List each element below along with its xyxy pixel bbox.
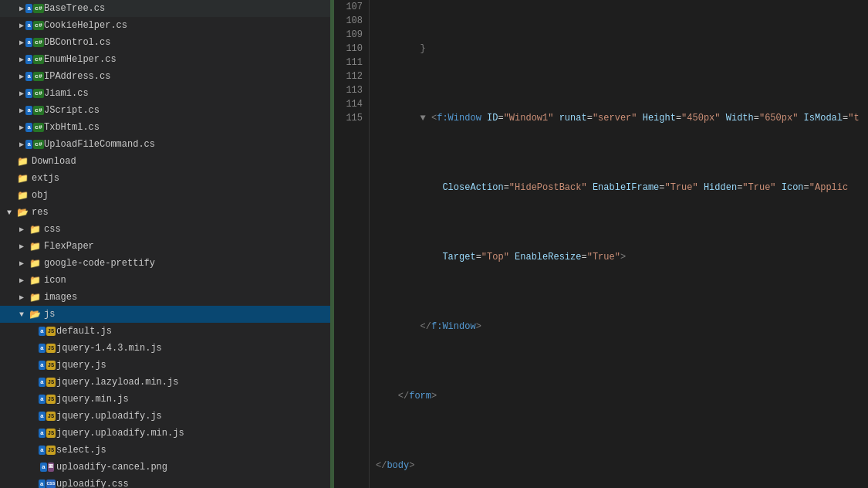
tree-item-selectjs[interactable]: aJS select.js <box>0 442 330 459</box>
tree-item-uploadifycancel[interactable]: a🖼 uploadify-cancel.png <box>0 459 330 476</box>
code-line-113: </body> <box>376 459 862 473</box>
tree-item-label: jquery-1.4.3.min.js <box>56 343 162 354</box>
folder-open-icon: 📂 <box>15 206 29 219</box>
tree-item-defaultjs[interactable]: aJS default.js <box>0 323 330 340</box>
code-area[interactable]: } ▼ <f:Window ID="Window1" runat="server… <box>370 0 868 488</box>
js-file-icon: aJS <box>40 359 54 371</box>
folder-open-icon: 📂 <box>28 308 42 320</box>
line-numbers: 107 108 109 110 111 112 113 114 115 <box>334 0 370 488</box>
tree-item-label: select.js <box>56 445 106 456</box>
css-file-icon: aCSS <box>40 478 54 488</box>
folder-icon: 📁 <box>28 240 42 252</box>
tree-item-label: JScript.cs <box>44 105 100 116</box>
expand-arrow: ▶ <box>15 259 28 268</box>
tree-item-js[interactable]: ▼ 📂 js <box>0 306 330 323</box>
tree-item-label: icon <box>44 275 66 286</box>
tree-item-enumhelper[interactable]: ▶ ac# EnumHelper.cs <box>0 51 330 68</box>
folder-icon: 📁 <box>28 223 42 236</box>
tree-item-label: res <box>32 207 49 218</box>
tree-item-label: default.js <box>56 326 112 337</box>
tree-item-label: jquery.js <box>56 360 106 371</box>
tree-item-images[interactable]: ▶ 📁 images <box>0 289 330 306</box>
folder-icon: 📁 <box>28 291 42 303</box>
tree-item-jquerymin[interactable]: aJS jquery.min.js <box>0 391 330 408</box>
tree-item-uploadifycss[interactable]: aCSS uploadify.css <box>0 476 330 488</box>
tree-item-jquerylazyload[interactable]: aJS jquery.lazyload.min.js <box>0 374 330 391</box>
tree-item-label: EnumHelper.cs <box>44 54 117 65</box>
tree-item-dbcontrol[interactable]: ▶ ac# DBControl.cs <box>0 34 330 51</box>
img-file-icon: a🖼 <box>40 461 54 473</box>
tree-item-jiami[interactable]: ▶ ac# Jiami.cs <box>0 85 330 102</box>
tree-item-label: uploadify-cancel.png <box>56 462 167 473</box>
js-file-icon: aJS <box>40 342 54 354</box>
js-file-icon: aJS <box>40 410 54 422</box>
cs-file-icon: ac# <box>28 121 42 134</box>
tree-item-icon[interactable]: ▶ 📁 icon <box>0 272 330 289</box>
tree-item-label: jquery.min.js <box>56 394 129 405</box>
cs-file-icon: ac# <box>28 70 42 83</box>
code-editor: 107 108 109 110 111 112 113 114 115 } ▼ … <box>334 0 868 488</box>
folder-icon: 📁 <box>28 274 42 286</box>
tree-item-label: extjs <box>32 173 59 184</box>
expand-arrow: ▶ <box>15 276 28 285</box>
tree-item-download[interactable]: 📁 Download <box>0 153 330 170</box>
file-tree: ▶ ac# BaseTree.cs ▶ ac# CookieHelper.cs … <box>0 0 332 488</box>
tree-item-googlecodeprettify[interactable]: ▶ 📁 google-code-prettify <box>0 255 330 272</box>
cs-file-icon: ac# <box>28 53 42 66</box>
tree-item-uploadfilecommand[interactable]: ▶ ac# UploadFileCommand.cs <box>0 136 330 153</box>
tree-item-jquery143[interactable]: aJS jquery-1.4.3.min.js <box>0 340 330 357</box>
cs-file-icon: ac# <box>28 104 42 117</box>
code-line-109: CloseAction="HidePostBack" EnableIFrame=… <box>376 181 862 195</box>
tree-item-ipaddress[interactable]: ▶ ac# IPAddress.cs <box>0 68 330 85</box>
tree-item-jscript[interactable]: ▶ ac# JScript.cs <box>0 102 330 119</box>
tree-item-extjs[interactable]: 📁 extjs <box>0 170 330 187</box>
expand-arrow: ▶ <box>15 225 28 234</box>
tree-item-label: CookieHelper.cs <box>44 20 127 31</box>
folder-icon: 📁 <box>15 172 29 185</box>
cs-file-icon: ac# <box>28 2 42 15</box>
code-line-108: ▼ <f:Window ID="Window1" runat="server" … <box>376 111 862 125</box>
cs-file-icon: ac# <box>28 138 42 151</box>
tree-item-label: UploadFileCommand.cs <box>44 139 155 150</box>
tree-item-label: obj <box>32 190 49 201</box>
tree-item-label: css <box>44 224 61 235</box>
tree-item-label: jquery.uploadify.js <box>56 411 162 422</box>
js-file-icon: aJS <box>40 444 54 456</box>
tree-item-label: FlexPaper <box>44 241 94 252</box>
expand-arrow: ▶ <box>15 293 28 302</box>
tree-item-basetree[interactable]: ▶ ac# BaseTree.cs <box>0 0 330 17</box>
tree-item-label: js <box>44 309 55 320</box>
code-line-112: </form> <box>376 389 862 403</box>
tree-item-label: TxbHtml.cs <box>44 122 100 133</box>
tree-item-jqueryuploadify[interactable]: aJS jquery.uploadify.js <box>0 408 330 425</box>
code-line-107: } <box>376 42 862 56</box>
tree-item-label: google-code-prettify <box>44 258 155 269</box>
tree-item-label: BaseTree.cs <box>44 3 105 14</box>
folder-icon: 📁 <box>28 257 42 269</box>
tree-item-label: IPAddress.cs <box>44 71 110 82</box>
cs-file-icon: ac# <box>28 87 42 100</box>
tree-item-cookiehelper[interactable]: ▶ ac# CookieHelper.cs <box>0 17 330 34</box>
cs-file-icon: ac# <box>28 19 42 32</box>
tree-item-res[interactable]: ▼ 📂 res <box>0 204 330 221</box>
tree-item-jqueryuploadifymin[interactable]: aJS jquery.uploadify.min.js <box>0 425 330 442</box>
tree-item-label: uploadify.css <box>56 479 129 488</box>
cs-file-icon: ac# <box>28 36 42 49</box>
expand-arrow: ▼ <box>3 208 15 217</box>
code-line-110: Target="Top" EnableResize="True"> <box>376 250 862 264</box>
tree-item-label: images <box>44 292 77 303</box>
js-file-icon: aJS <box>40 376 54 388</box>
tree-item-flexpaper[interactable]: ▶ 📁 FlexPaper <box>0 238 330 255</box>
js-file-icon: aJS <box>40 325 54 337</box>
tree-item-txbhtml[interactable]: ▶ ac# TxbHtml.cs <box>0 119 330 136</box>
tree-item-jqueryjs[interactable]: aJS jquery.js <box>0 357 330 374</box>
expand-arrow: ▶ <box>15 242 28 251</box>
code-line-111: </f:Window> <box>376 320 862 334</box>
tree-item-obj[interactable]: 📁 obj <box>0 187 330 204</box>
folder-icon: 📁 <box>15 155 29 168</box>
tree-item-label: jquery.lazyload.min.js <box>56 377 178 388</box>
folder-icon: 📁 <box>15 189 29 202</box>
tree-item-label: Jiami.cs <box>44 88 89 99</box>
js-file-icon: aJS <box>40 427 54 439</box>
tree-item-css[interactable]: ▶ 📁 css <box>0 221 330 238</box>
